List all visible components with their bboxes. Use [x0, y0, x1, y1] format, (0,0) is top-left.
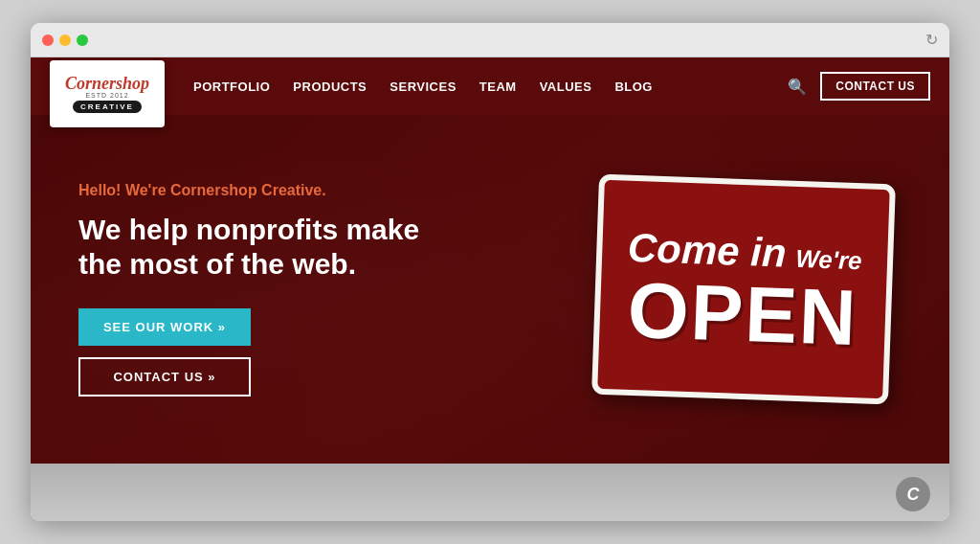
hero-contact-us-button[interactable]: CONTACT US » [78, 357, 251, 397]
nav-item-values[interactable]: VALUES [540, 79, 592, 94]
browser-chrome: ↻ [31, 23, 949, 57]
traffic-light-yellow[interactable] [59, 34, 71, 46]
search-icon[interactable]: 🔍 [788, 78, 807, 96]
hero-content: Hello! We're Cornershop Creative. We hel… [31, 182, 467, 397]
logo-badge: CREATIVE [73, 101, 142, 113]
nav-item-services[interactable]: SERVICES [390, 79, 457, 94]
hero-headline-line2: the most of the web. [78, 248, 356, 280]
browser-content: Cornershop ESTD 2012 CREATIVE PORTFOLIO … [31, 57, 949, 521]
hero-headline: We help nonprofits make the most of the … [78, 213, 419, 282]
logo-main-text: Cornershop [65, 75, 149, 92]
nav-item-portfolio[interactable]: PORTFOLIO [193, 79, 270, 94]
sign-open: OPEN [627, 275, 859, 353]
nav-item-products[interactable]: PRODUCTS [293, 79, 367, 94]
hero-headline-line1: We help nonprofits make [78, 214, 419, 245]
nav-item-blog[interactable]: BLOG [614, 79, 653, 94]
open-sign: Come in We're OPEN [591, 174, 896, 405]
logo-est-text: ESTD 2012 [85, 92, 128, 99]
site-logo[interactable]: Cornershop ESTD 2012 CREATIVE [50, 60, 165, 127]
hero-tagline: Hello! We're Cornershop Creative. [78, 182, 419, 199]
bottom-strip: C [31, 464, 949, 521]
main-nav: PORTFOLIO PRODUCTS SERVICES TEAM VALUES … [193, 79, 788, 94]
see-our-work-button[interactable]: SEE OUR WORK » [78, 308, 251, 346]
hero-section: Hello! We're Cornershop Creative. We hel… [31, 115, 949, 464]
watermark-icon: C [896, 477, 930, 511]
nav-item-team[interactable]: TEAM [479, 79, 517, 94]
contact-us-button[interactable]: CONTACT US [820, 72, 930, 101]
browser-window: ↻ Cornershop ESTD 2012 CREATIVE PORTFOLI… [31, 23, 949, 521]
traffic-light-green[interactable] [77, 34, 88, 46]
open-sign-container: Come in We're OPEN [595, 179, 892, 399]
traffic-light-red[interactable] [42, 34, 54, 46]
site-header: Cornershop ESTD 2012 CREATIVE PORTFOLIO … [31, 57, 949, 115]
refresh-icon[interactable]: ↻ [925, 31, 938, 49]
